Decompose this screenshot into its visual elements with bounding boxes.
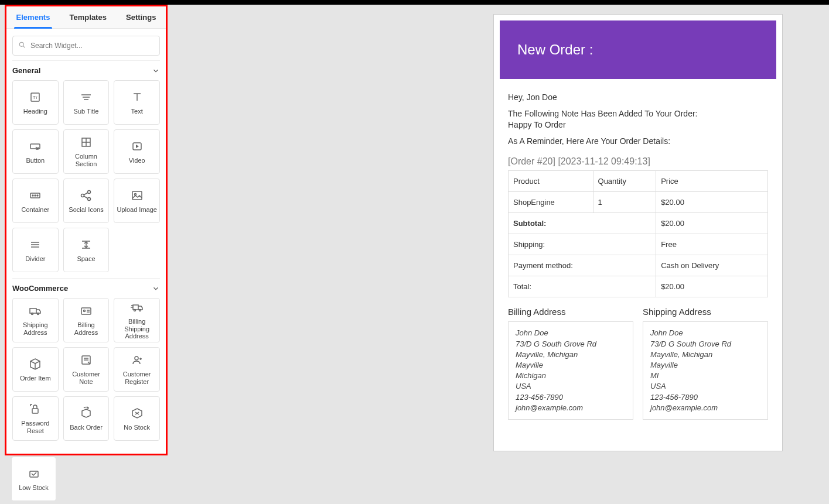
svg-marker-14: [136, 145, 139, 148]
stock-low-icon: [27, 467, 41, 481]
widget-no-stock[interactable]: No Stock: [114, 396, 160, 441]
shipping-title: Shipping Address: [643, 307, 768, 317]
widget-divider[interactable]: Divider: [12, 228, 59, 272]
svg-rect-39: [133, 305, 138, 310]
search-icon: [18, 41, 26, 49]
addr-line: 123-456-7890: [516, 392, 626, 403]
widget-grid-general: TтHeading Sub Title Text Button Column S…: [12, 80, 160, 278]
addr-line: John Doe: [516, 328, 626, 338]
svg-point-17: [35, 195, 36, 196]
widget-label: Text: [131, 108, 143, 115]
section-title-woocommerce: WooCommerce: [12, 284, 68, 293]
widget-label: Customer Note: [66, 371, 107, 385]
widget-label: Shipping Address: [15, 321, 56, 336]
svg-point-19: [81, 194, 84, 197]
svg-point-21: [87, 197, 90, 200]
widget-label: Button: [26, 157, 45, 164]
widget-button[interactable]: Button: [12, 129, 59, 174]
extra-widget-wrap: Low Stock: [11, 457, 56, 501]
widget-label: Space: [77, 255, 95, 263]
section-woocommerce: WooCommerce Shipping Address Billing Add…: [6, 278, 166, 447]
top-bar: [0, 0, 829, 5]
svg-point-18: [37, 195, 38, 196]
heading-icon: Tт: [28, 90, 42, 104]
section-head-woocommerce[interactable]: WooCommerce: [12, 278, 160, 298]
payment-label: Payment method:: [509, 255, 656, 276]
widget-upload-image[interactable]: Upload Image: [114, 179, 160, 223]
th-quantity: Quantity: [593, 171, 656, 192]
addr-line: john@example.com: [650, 403, 760, 413]
video-icon: [130, 139, 144, 153]
section-head-general[interactable]: General: [12, 60, 160, 80]
email-title: New Order :: [517, 42, 593, 58]
widget-text[interactable]: Text: [114, 80, 160, 125]
box-empty-icon: [130, 406, 144, 420]
search-input[interactable]: [12, 36, 160, 56]
svg-rect-51: [32, 409, 38, 413]
email-note-text: Happy To Order: [508, 120, 566, 129]
widget-heading[interactable]: TтHeading: [12, 80, 59, 125]
widget-low-stock[interactable]: Low Stock: [11, 457, 56, 501]
widget-billing-shipping-address[interactable]: Billing Shipping Address: [114, 298, 160, 342]
tab-settings[interactable]: Settings: [122, 6, 159, 28]
widget-label: Password Reset: [15, 420, 56, 434]
divider-icon: [28, 238, 42, 252]
shipping-value: Free: [656, 234, 768, 255]
addr-line: Mayville: [650, 360, 760, 371]
subtotal-value: $20.00: [656, 213, 768, 234]
widget-column-section[interactable]: Column Section: [63, 129, 110, 174]
box-return-icon: [79, 406, 93, 420]
sidebar-highlight-box: Elements Templates Settings General TтHe…: [5, 5, 168, 455]
addr-line: john@example.com: [516, 403, 626, 413]
email-note-intro: The Following Note Has Been Added To You…: [508, 109, 698, 118]
widget-social-icons[interactable]: Social Icons: [63, 179, 110, 223]
shipping-box: John Doe 73/D G South Grove Rd Mayville,…: [643, 321, 768, 420]
svg-text:Tт: Tт: [33, 95, 38, 100]
subtitle-icon: [79, 90, 93, 104]
chevron-down-icon: [152, 284, 160, 293]
email-body: Hey, Jon Doe The Following Note Has Been…: [500, 79, 776, 420]
sidebar-tabs: Elements Templates Settings: [6, 6, 166, 29]
addr-line: Mayville: [516, 360, 626, 371]
widget-label: Video: [129, 157, 145, 164]
svg-rect-24: [132, 191, 142, 200]
cell-qty: 1: [593, 192, 656, 213]
section-general: General TтHeading Sub Title Text Button …: [6, 60, 166, 278]
widget-container[interactable]: Container: [12, 179, 59, 223]
addr-line: 73/D G South Grove Rd: [516, 339, 626, 349]
container-icon: [28, 188, 42, 203]
table-row-payment: Payment method: Cash on Delivery: [509, 255, 768, 276]
widget-shipping-address[interactable]: Shipping Address: [12, 298, 59, 342]
svg-point-0: [19, 42, 23, 46]
widget-back-order[interactable]: Back Order: [63, 396, 110, 441]
svg-point-36: [83, 310, 85, 312]
addr-line: Mayville, Michigan: [516, 349, 626, 360]
billing-column: Billing Address John Doe 73/D G South Gr…: [508, 307, 633, 420]
shipping-label: Shipping:: [509, 234, 656, 255]
widget-label: Social Icons: [69, 206, 103, 214]
image-icon: [130, 188, 144, 203]
svg-point-41: [139, 310, 141, 311]
subtotal-label: Subtotal:: [509, 213, 656, 234]
widget-password-reset[interactable]: Password Reset: [12, 396, 59, 441]
email-reminder: As A Reminder, Here Are Your Order Detai…: [508, 136, 768, 148]
widget-label: Low Stock: [19, 484, 49, 492]
widget-subtitle[interactable]: Sub Title: [63, 80, 110, 125]
cell-price: $20.00: [656, 192, 768, 213]
total-value: $20.00: [656, 276, 768, 297]
widget-customer-register[interactable]: Customer Register: [114, 347, 160, 392]
widget-label: Upload Image: [117, 206, 157, 214]
tab-templates[interactable]: Templates: [66, 6, 110, 28]
widget-space[interactable]: Space: [63, 228, 110, 272]
widget-order-item[interactable]: Order Item: [12, 347, 59, 392]
addr-line: Mayville, Michigan: [650, 349, 760, 360]
svg-line-1: [23, 46, 25, 48]
widget-video[interactable]: Video: [114, 129, 160, 174]
widget-customer-note[interactable]: Customer Note: [63, 347, 110, 392]
text-icon: [130, 90, 144, 104]
svg-point-16: [32, 195, 33, 196]
tab-elements[interactable]: Elements: [13, 6, 54, 28]
shipping-column: Shipping Address John Doe 73/D G South G…: [643, 307, 768, 420]
addr-line: John Doe: [650, 328, 760, 338]
widget-billing-address[interactable]: Billing Address: [63, 298, 110, 342]
